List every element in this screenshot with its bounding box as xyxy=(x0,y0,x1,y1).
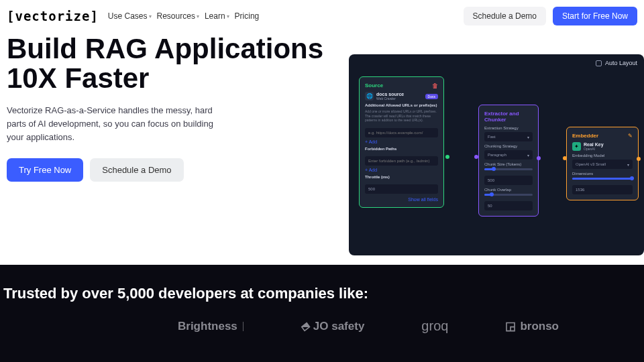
overlap-label: Chunk Overlap xyxy=(484,188,533,192)
overlap-slider[interactable] xyxy=(484,194,533,196)
nav-learn[interactable]: Learn▾ xyxy=(205,11,229,21)
pipeline-diagram: Auto Layout 🗑 Source 🌐 docs source Web C… xyxy=(349,54,644,255)
logo-jo-safety: ⬘JO safety xyxy=(301,319,365,333)
model-select[interactable]: OpenAI v3 Small ▾ xyxy=(572,160,633,169)
embedder-title: Embedder xyxy=(572,133,633,139)
try-free-button[interactable]: Try Free Now xyxy=(7,158,83,182)
logo-groq: groq xyxy=(421,318,448,334)
chevron-down-icon: ▾ xyxy=(527,135,529,139)
connector-dot xyxy=(445,155,449,159)
extraction-strategy-select[interactable]: Fast ▾ xyxy=(484,132,533,141)
pencil-icon[interactable]: ✎ xyxy=(628,133,633,139)
chevron-down-icon: ▾ xyxy=(197,13,199,19)
source-title: Source xyxy=(365,82,438,88)
chunk-strategy-select[interactable]: Paragraph ▾ xyxy=(484,150,533,160)
overlap-input[interactable] xyxy=(484,201,533,210)
nav-resources[interactable]: Resources▾ xyxy=(157,11,199,21)
extractor-card[interactable]: Extractor and Chunker Extraction Strateg… xyxy=(478,105,539,217)
dimensions-slider[interactable] xyxy=(572,178,633,180)
chunk-size-input[interactable] xyxy=(484,176,533,185)
connector-dot xyxy=(637,157,641,161)
forbidden-input[interactable] xyxy=(365,156,438,166)
throttle-label: Throttle (ms) xyxy=(365,175,438,179)
key-name: Real Key xyxy=(584,142,604,147)
chevron-down-icon: ▾ xyxy=(149,13,152,19)
globe-icon: 🌐 xyxy=(365,92,374,101)
urls-input[interactable] xyxy=(365,128,438,137)
chunk-size-slider[interactable] xyxy=(484,168,533,170)
trash-icon[interactable]: 🗑 xyxy=(432,82,438,89)
chevron-down-icon: ▾ xyxy=(527,153,529,158)
docs-badge: Docs xyxy=(425,94,438,99)
chevron-down-icon: ▾ xyxy=(227,13,229,19)
logo[interactable]: [vectorize] xyxy=(7,9,99,23)
extraction-strategy-label: Extraction Strategy xyxy=(484,126,533,130)
urls-label: Additional Allowed URLs or prefix(es) xyxy=(365,103,438,107)
connector-dot xyxy=(537,156,541,160)
trusted-section: Trusted by over 5,000 developers at comp… xyxy=(0,265,644,362)
schedule-demo-button[interactable]: Schedule a Demo xyxy=(464,7,546,25)
extractor-title: Extractor and Chunker xyxy=(484,111,533,123)
nav-pricing[interactable]: Pricing xyxy=(235,11,260,21)
logo-brightness: Brightness xyxy=(178,320,244,333)
logo-bronso: ◲bronso xyxy=(505,319,559,333)
auto-layout-label: Auto Layout xyxy=(605,60,637,66)
trusted-heading: Trusted by over 5,000 developers at comp… xyxy=(3,285,641,302)
dimensions-label: Dimensions xyxy=(572,172,633,176)
company-logos: Brightness ⬘JO safety groq ◲bronso xyxy=(3,318,641,334)
start-free-button[interactable]: Start for Free Now xyxy=(553,7,637,25)
source-type: Web Crawler xyxy=(376,97,404,101)
add-url-button[interactable]: + Add xyxy=(365,139,438,144)
hero-subtitle: Vectorize RAG-as-a-Service handles the m… xyxy=(7,104,215,144)
urls-help: Add one or more allowed URLs or URL pref… xyxy=(365,109,438,123)
main-nav: Use Cases▾ Resources▾ Learn▾ Pricing xyxy=(108,11,259,21)
chunk-size-label: Chunk Size (Tokens) xyxy=(484,162,533,166)
nav-label: Pricing xyxy=(235,11,260,21)
nav-use-cases[interactable]: Use Cases▾ xyxy=(108,11,152,21)
chunk-strategy-label: Chunking Strategy xyxy=(484,144,533,148)
nav-label: Use Cases xyxy=(108,11,148,21)
add-forbidden-button[interactable]: + Add xyxy=(365,168,438,172)
source-card[interactable]: 🗑 Source 🌐 docs source Web Crawler Docs … xyxy=(359,76,444,208)
auto-layout-toggle[interactable]: Auto Layout xyxy=(596,60,637,66)
dimensions-input[interactable] xyxy=(572,185,633,194)
source-name: docs source xyxy=(376,92,404,97)
key-provider: OpenAI xyxy=(584,147,604,151)
embedder-card[interactable]: ✎ Embedder ✦ Real Key OpenAI Embedding M… xyxy=(566,127,639,200)
nav-label: Resources xyxy=(157,11,195,21)
throttle-input[interactable] xyxy=(365,184,438,194)
model-label: Embedding Model xyxy=(572,154,633,158)
chevron-down-icon: ▾ xyxy=(627,162,629,167)
checkbox-icon[interactable] xyxy=(596,60,602,66)
openai-icon: ✦ xyxy=(572,142,581,151)
schedule-demo-hero-button[interactable]: Schedule a Demo xyxy=(90,158,183,182)
nav-label: Learn xyxy=(205,11,225,21)
show-all-fields-link[interactable]: Show all fields xyxy=(365,197,438,202)
forbidden-label: Forbidden Paths xyxy=(365,147,438,151)
